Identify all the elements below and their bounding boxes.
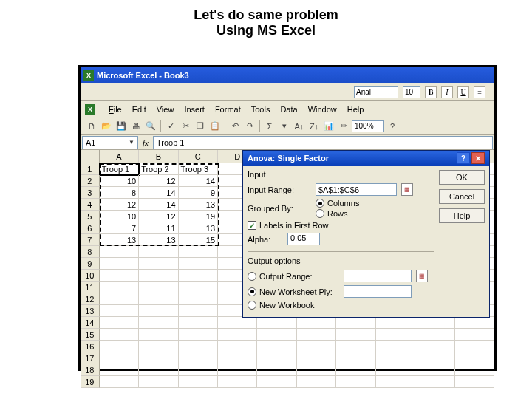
row-header[interactable]: 19 — [81, 376, 100, 388]
formula-bar[interactable]: Troop 1 — [153, 136, 493, 149]
sort-asc-icon[interactable]: A↓ — [293, 120, 306, 133]
select-all-corner[interactable] — [81, 150, 100, 163]
cell[interactable] — [100, 376, 139, 388]
cell[interactable] — [376, 376, 415, 388]
cell[interactable] — [139, 293, 178, 305]
cell[interactable] — [100, 352, 139, 364]
row-header[interactable]: 6 — [81, 222, 100, 234]
cell[interactable] — [100, 341, 139, 352]
rows-radio[interactable] — [316, 209, 324, 218]
help-button[interactable]: Help — [439, 208, 485, 223]
menu-format[interactable]: Format — [215, 105, 241, 114]
cell[interactable] — [139, 282, 178, 293]
cell[interactable] — [415, 329, 454, 341]
row-header[interactable]: 8 — [81, 246, 100, 258]
cell[interactable] — [257, 352, 296, 364]
cell[interactable]: 10 — [100, 211, 139, 222]
row-header[interactable]: 10 — [81, 270, 100, 282]
col-header[interactable]: B — [139, 150, 178, 163]
cell[interactable] — [415, 352, 454, 364]
cell[interactable]: 14 — [179, 175, 218, 187]
cell[interactable] — [100, 305, 139, 317]
input-range-field[interactable]: $A$1:$C$6 — [316, 183, 397, 196]
cell[interactable] — [218, 364, 257, 376]
cell[interactable] — [179, 258, 218, 270]
dialog-help-icon[interactable]: ? — [457, 152, 470, 164]
menu-tools[interactable]: Tools — [251, 105, 270, 114]
cell[interactable]: 13 — [139, 234, 178, 246]
cell[interactable] — [139, 364, 178, 376]
cell[interactable] — [218, 317, 257, 329]
cell[interactable] — [139, 258, 178, 270]
cell[interactable]: 14 — [139, 199, 178, 211]
cell[interactable]: 11 — [139, 222, 178, 234]
range-picker-icon[interactable]: ▦ — [416, 270, 428, 282]
open-icon[interactable]: 📂 — [100, 120, 113, 133]
cell[interactable] — [100, 270, 139, 282]
cell[interactable] — [257, 376, 296, 388]
help-icon[interactable]: ? — [386, 120, 399, 133]
font-size-input[interactable] — [403, 86, 420, 98]
font-name-input[interactable] — [354, 86, 398, 98]
cell[interactable] — [179, 282, 218, 293]
output-range-field[interactable] — [344, 270, 412, 282]
redo-icon[interactable]: ↷ — [243, 120, 256, 133]
cell[interactable] — [139, 376, 178, 388]
cell[interactable] — [139, 305, 178, 317]
cell[interactable] — [179, 305, 218, 317]
cell[interactable]: 19 — [179, 211, 218, 222]
cell[interactable] — [139, 352, 178, 364]
cell[interactable] — [179, 293, 218, 305]
cell[interactable] — [415, 341, 454, 352]
cell[interactable] — [139, 317, 178, 329]
row-header[interactable]: 16 — [81, 341, 100, 352]
italic-button[interactable]: I — [441, 86, 453, 98]
col-header[interactable]: C — [179, 150, 218, 163]
cell[interactable]: 13 — [179, 199, 218, 211]
cell[interactable]: 12 — [100, 199, 139, 211]
row-header[interactable]: 9 — [81, 258, 100, 270]
row-header[interactable]: 18 — [81, 364, 100, 376]
new-worksheet-radio[interactable] — [248, 287, 256, 296]
cell[interactable] — [336, 317, 375, 329]
copy-icon[interactable]: ❐ — [194, 120, 207, 133]
cell[interactable] — [100, 246, 139, 258]
cell[interactable]: 10 — [100, 175, 139, 187]
undo-icon[interactable]: ↶ — [228, 120, 242, 133]
cell[interactable] — [376, 329, 415, 341]
cell[interactable] — [415, 364, 454, 376]
cell[interactable] — [179, 376, 218, 388]
col-header[interactable]: A — [100, 150, 139, 163]
underline-button[interactable]: U — [457, 86, 469, 98]
chart-icon[interactable]: 📊 — [322, 120, 335, 133]
cell[interactable] — [336, 352, 375, 364]
align-button[interactable]: ≡ — [474, 86, 485, 98]
cell[interactable] — [100, 364, 139, 376]
cell[interactable] — [257, 317, 296, 329]
cell[interactable] — [336, 364, 375, 376]
menu-file[interactable]: File — [109, 105, 122, 114]
cell[interactable] — [297, 376, 336, 388]
sort-desc-icon[interactable]: Z↓ — [307, 120, 321, 133]
chevron-down-icon[interactable]: ▼ — [129, 139, 134, 146]
row-header[interactable]: 17 — [81, 352, 100, 364]
row-header[interactable]: 11 — [81, 282, 100, 293]
menu-view[interactable]: View — [157, 105, 174, 114]
cell[interactable]: 13 — [100, 234, 139, 246]
row-header[interactable]: 4 — [81, 199, 100, 211]
alpha-field[interactable]: 0.05 — [287, 233, 320, 245]
cell[interactable] — [455, 352, 494, 364]
dropdown-icon[interactable]: ▾ — [278, 120, 291, 133]
bold-button[interactable]: B — [425, 86, 437, 98]
cell[interactable] — [336, 376, 375, 388]
row-header[interactable]: 12 — [81, 293, 100, 305]
name-box[interactable]: A1 ▼ — [82, 136, 138, 149]
output-range-radio[interactable] — [248, 272, 256, 281]
cell[interactable] — [100, 329, 139, 341]
cell[interactable]: 9 — [179, 187, 218, 199]
cell[interactable] — [179, 352, 218, 364]
cell[interactable] — [139, 246, 178, 258]
columns-radio[interactable] — [316, 199, 324, 208]
menu-window[interactable]: Window — [308, 105, 337, 114]
cell[interactable] — [455, 329, 494, 341]
